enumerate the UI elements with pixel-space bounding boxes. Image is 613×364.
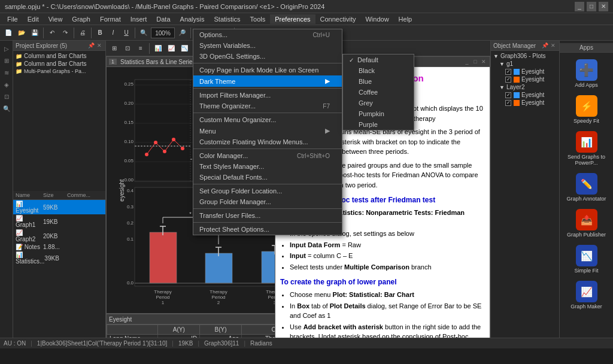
notes-minimize-btn[interactable]: _ (463, 58, 471, 65)
menu-dark-theme[interactable]: Dark Theme ▶ (193, 75, 342, 87)
close-button[interactable]: ✕ (599, 2, 608, 11)
sidebar-icon-4[interactable]: ◈ (1, 79, 12, 90)
obj-row-layer2[interactable]: ▼ Layer2 (498, 83, 558, 91)
file-row-statistics[interactable]: 📊 Statistics... 39KB (13, 251, 105, 265)
app-graph-publisher[interactable]: 📤 Graph Publisher (564, 206, 609, 241)
title-bar-controls[interactable]: _ □ ✕ (575, 2, 608, 11)
tb2-btn4[interactable]: 📊 (152, 43, 164, 54)
menu-3d-opengl[interactable]: 3D OpenGL Settings... (193, 51, 342, 62)
notes-restore-btn[interactable]: □ (472, 58, 479, 65)
underline-btn[interactable]: U (120, 27, 132, 39)
menu-statistics[interactable]: Statistics (210, 14, 245, 24)
tb2-btn2[interactable]: ⊡ (122, 43, 133, 54)
menu-protect-sheet[interactable]: Protect Sheet Options... (193, 224, 342, 235)
checkbox-g1-e1[interactable]: ✓ (505, 69, 511, 75)
menu-help[interactable]: Help (394, 14, 417, 24)
menu-customize-floating[interactable]: Customize Floating Window Menus... (193, 136, 342, 147)
panel-pin-btn[interactable]: 📌 (87, 42, 95, 49)
file-row-graph2[interactable]: 📈 Graph2 20KB (13, 229, 105, 243)
app-speedy-fit[interactable]: ⚡ Speedy Fit (564, 92, 609, 127)
checkbox-g1-e2[interactable]: ✓ (505, 77, 511, 83)
undo-btn[interactable]: ↶ (46, 27, 58, 39)
menu-preferences[interactable]: Preferences (270, 14, 315, 24)
tree-folder-1[interactable]: 📁 Column and Bar Charts (14, 52, 104, 60)
notes-close-btn[interactable]: ✕ (480, 58, 487, 65)
menu-color-manager[interactable]: Color Manager... Ctrl+Shift+O (193, 150, 342, 161)
tree-folder-3[interactable]: 📁 Multi-Panel Graphs - Pa... (14, 68, 104, 75)
menu-graph[interactable]: Graph (67, 14, 95, 24)
menu-system-vars[interactable]: System Variables... (193, 40, 342, 51)
menu-special-fonts[interactable]: Special Default Fonts... (193, 172, 342, 183)
bold-btn[interactable]: B (94, 27, 106, 39)
checkbox-l2-e2[interactable]: ✓ (505, 100, 511, 106)
file-row-graph1[interactable]: 📈 Graph1 19KB (13, 214, 105, 229)
minimize-button[interactable]: _ (575, 2, 584, 11)
menu-format[interactable]: Format (95, 14, 126, 24)
redo-btn[interactable]: ↷ (59, 27, 71, 39)
app-graph-maker[interactable]: 📈 Graph Maker (564, 278, 609, 313)
menu-import-filters[interactable]: Import Filters Manager... (193, 90, 342, 101)
file-row-notes[interactable]: 📝 Notes 1.88... (13, 243, 105, 251)
sidebar-icon-6[interactable]: 🔍 (1, 103, 12, 114)
checkbox-l2-e1[interactable]: ✓ (505, 92, 511, 98)
zoom-in-btn[interactable]: 🔍 (138, 27, 150, 39)
menu-copy-dark[interactable]: Copy Page in Dark Mode Like on Screen (193, 65, 342, 75)
menu-data[interactable]: Data (151, 14, 175, 24)
sidebar-icon-2[interactable]: ⊞ (1, 55, 12, 66)
menu-options[interactable]: Options... Ctrl+U (193, 29, 342, 40)
obj-row-graph306[interactable]: ▼ Graph306 - Plots (492, 52, 558, 60)
menu-view[interactable]: View (44, 14, 68, 24)
obj-mgr-pin[interactable]: 📌 (541, 42, 548, 49)
tree-folder-2[interactable]: 📁 Column and Bar Charts (14, 60, 104, 68)
zoom-out-btn[interactable]: 🔎 (176, 27, 188, 39)
menu-text-styles[interactable]: Text Styles Manager... (193, 161, 342, 172)
menu-insert[interactable]: Insert (126, 14, 152, 24)
submenu-default[interactable]: Default (343, 54, 414, 65)
maximize-button[interactable]: □ (587, 2, 596, 11)
app-graph-annotator[interactable]: ✏️ Graph Annotator (564, 170, 609, 205)
open-btn[interactable]: 📂 (16, 27, 28, 39)
tb2-btn3[interactable]: ≡ (135, 43, 147, 54)
submenu-coffee[interactable]: Coffee (343, 87, 414, 98)
obj-row-l2-eyesight2[interactable]: ✓ Eyesight (504, 99, 558, 107)
menu-tools[interactable]: Tools (245, 14, 271, 24)
menu-file[interactable]: File (2, 14, 23, 24)
app-send-graphs[interactable]: 📊 Send Graphs to PowerP... (564, 128, 609, 169)
menu-custom-menu-org[interactable]: Custom Menu Organizer... (193, 114, 342, 125)
sidebar-icon-5[interactable]: ⊡ (1, 91, 12, 102)
notes-window-controls[interactable]: _ □ ✕ (463, 58, 487, 65)
submenu-black[interactable]: Black (343, 65, 414, 76)
save-btn[interactable]: 💾 (29, 27, 41, 39)
submenu-blue[interactable]: Blue (343, 76, 414, 87)
obj-row-g1-eyesight2[interactable]: ✓ Eyesight (504, 75, 558, 83)
italic-btn[interactable]: I (107, 27, 119, 39)
submenu-purple[interactable]: Purple (343, 119, 414, 130)
new-btn[interactable]: 📄 (2, 27, 14, 39)
panel-close-btn[interactable]: ✕ (96, 42, 103, 49)
menu-theme-organizer[interactable]: Theme Organizer... F7 (193, 101, 342, 111)
menu-window[interactable]: Window (360, 14, 393, 24)
menu-group-folder-mgr[interactable]: Group Folder Manager... (193, 196, 342, 207)
submenu-pumpkin[interactable]: Pumpkin (343, 108, 414, 119)
menu-connectivity[interactable]: Connectivity (315, 14, 361, 24)
submenu-grey[interactable]: Grey (343, 98, 414, 108)
obj-row-g1[interactable]: ▼ g1 (498, 60, 558, 68)
menu-menu[interactable]: Menu ▶ (193, 125, 342, 136)
file-row-eyesight[interactable]: 📊 Eyesight 59KB (13, 200, 105, 214)
panel-controls[interactable]: 📌 ✕ (87, 42, 103, 49)
tb2-btn6[interactable]: 📉 (178, 43, 190, 54)
obj-row-g1-eyesight1[interactable]: ✓ Eyesight (504, 68, 558, 75)
print-btn[interactable]: 🖨 (77, 27, 89, 39)
sidebar-icon-1[interactable]: ▷ (1, 43, 12, 54)
tb2-btn1[interactable]: ⊞ (108, 43, 120, 54)
tb2-btn5[interactable]: 📈 (165, 43, 177, 54)
app-add-apps[interactable]: ➕ Add Apps (564, 56, 609, 91)
menu-set-group-folder[interactable]: Set Group Folder Location... (193, 186, 342, 196)
menu-edit[interactable]: Edit (23, 14, 44, 24)
app-simple-fit[interactable]: 📉 Simple Fit (564, 242, 609, 277)
obj-mgr-close[interactable]: ✕ (550, 42, 557, 49)
menu-transfer-user[interactable]: Transfer User Files... (193, 210, 342, 221)
chart-tab-1[interactable]: 1 (109, 59, 117, 65)
menu-analysis[interactable]: Analysis (175, 14, 210, 24)
sidebar-icon-3[interactable]: ≋ (1, 67, 12, 78)
